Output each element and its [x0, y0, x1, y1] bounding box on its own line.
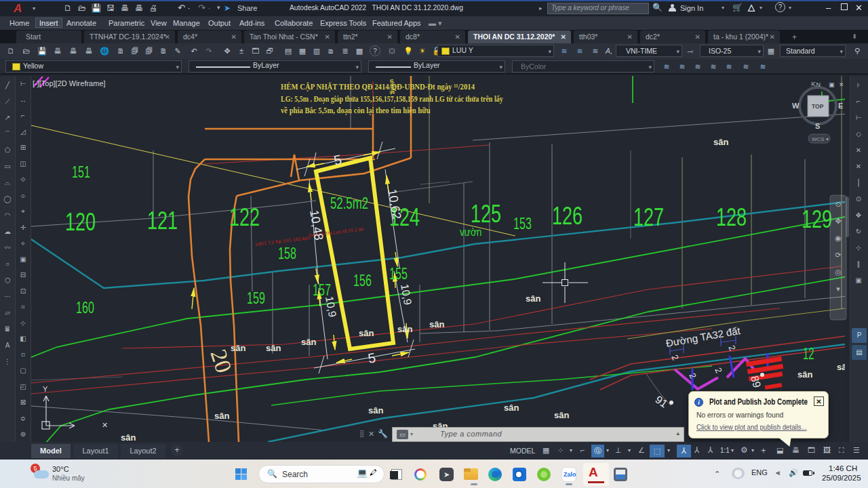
svg-text:91: 91: [653, 394, 669, 410]
svg-text:✕: ✕: [102, 421, 108, 429]
svg-text:120: 120: [65, 208, 96, 236]
svg-text:sân: sân: [359, 328, 374, 338]
svg-text:Y: Y: [43, 385, 48, 393]
svg-text:sân: sân: [368, 405, 383, 415]
svg-text:sân: sân: [797, 369, 812, 380]
svg-text:TOP: TOP: [812, 103, 824, 110]
svg-text:LG: 5,5m . Đoạn giáp thửa 155,: LG: 5,5m . Đoạn giáp thửa 155,156,157,15…: [281, 94, 503, 103]
svg-text:vườn: vườn: [460, 226, 481, 239]
svg-text:129: 129: [802, 205, 832, 233]
svg-text:⟳: ⟳: [835, 251, 841, 259]
svg-text:126: 126: [552, 202, 583, 230]
svg-text:12: 12: [803, 345, 814, 363]
svg-text:E: E: [838, 102, 843, 110]
svg-text:52.5m2: 52.5m2: [330, 194, 368, 212]
svg-text:121: 121: [147, 207, 178, 235]
svg-text:sân: sân: [121, 432, 136, 443]
svg-text:⊙: ⊙: [835, 200, 841, 208]
svg-text:W: W: [792, 102, 800, 110]
svg-text:◎: ◎: [835, 268, 842, 276]
svg-text:sân: sân: [713, 137, 728, 147]
svg-text:▾: ▾: [836, 285, 840, 293]
svg-text:✥: ✥: [835, 217, 841, 225]
svg-text:155: 155: [389, 265, 408, 282]
svg-text:sân: sân: [266, 343, 281, 353]
svg-text:⇱N: ⇱N: [811, 81, 821, 88]
svg-text:151: 151: [72, 163, 90, 180]
svg-text:sân: sân: [397, 324, 412, 334]
svg-text:2: 2: [713, 366, 724, 375]
svg-text:10,62: 10,62: [385, 188, 404, 220]
svg-text:127: 127: [633, 203, 664, 231]
svg-text:160: 160: [76, 299, 94, 316]
svg-text:10,9: 10,9: [323, 296, 338, 319]
svg-text:về phía Bắc 5,5m, đoạn còn lại: về phía Bắc 5,5m, đoạn còn lại theo tim …: [281, 106, 431, 115]
svg-text:2: 2: [669, 353, 681, 362]
svg-text:sân: sân: [504, 403, 519, 413]
svg-text:153: 153: [513, 215, 532, 232]
svg-text:158: 158: [278, 245, 296, 262]
svg-text:▣: ▣: [829, 81, 835, 88]
svg-text:128: 128: [716, 203, 747, 231]
svg-text:5: 5: [367, 350, 377, 366]
svg-text:89: 89: [749, 374, 763, 389]
svg-text:sân: sân: [429, 319, 444, 329]
svg-text:ường: ường: [389, 79, 397, 94]
svg-text:Đường TA32 đất: Đường TA32 đất: [665, 325, 742, 349]
svg-text:sân: sân: [554, 410, 569, 420]
svg-text:10,9: 10,9: [399, 283, 414, 306]
svg-text:✕: ✕: [839, 81, 844, 88]
svg-text:sân: sân: [231, 343, 245, 353]
svg-text:WCS ▾: WCS ▾: [812, 136, 829, 142]
svg-text:[-][Top][2D Wireframe]: [-][Top][2D Wireframe]: [33, 79, 106, 87]
svg-text:S: S: [815, 122, 820, 130]
svg-text:159: 159: [247, 289, 265, 306]
svg-text:156: 156: [353, 272, 372, 289]
svg-text:sân: sân: [526, 293, 540, 304]
svg-text:122: 122: [229, 203, 260, 231]
svg-text:sân: sân: [837, 362, 852, 372]
svg-text:125: 125: [471, 200, 501, 228]
svg-text:◉: ◉: [835, 234, 842, 242]
svg-text:sân: sân: [214, 411, 229, 421]
svg-text:sân: sân: [301, 337, 316, 347]
svg-text:HẺM CẬP NHẬT THEO QĐ 2414/QĐ-U: HẺM CẬP NHẬT THEO QĐ 2414/QĐ-UBND-Đt ngà…: [281, 81, 475, 92]
